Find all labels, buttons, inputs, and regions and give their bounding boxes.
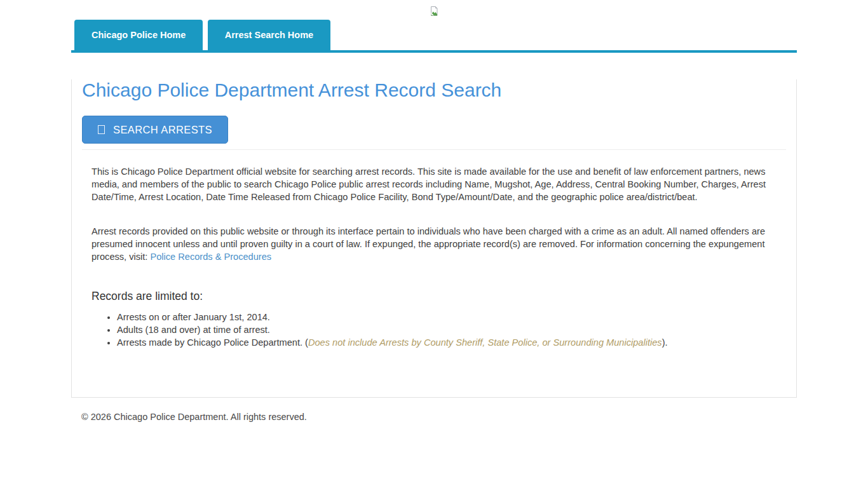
- section-divider: [82, 149, 786, 150]
- broken-image-icon: [428, 6, 440, 17]
- list-item: Adults (18 and over) at time of arrest.: [117, 323, 781, 336]
- limits-item3-suffix: ).: [662, 337, 668, 348]
- limits-item3-prefix: Arrests made by Chicago Police Departmen…: [117, 337, 308, 348]
- police-records-procedures-link[interactable]: Police Records & Procedures: [150, 252, 271, 262]
- missing-glyph-square-icon: [98, 125, 105, 134]
- tab-bar: Chicago Police Home Arrest Search Home: [71, 20, 797, 50]
- limits-item3-note: Does not include Arrests by County Sheri…: [308, 337, 662, 348]
- search-arrests-button[interactable]: SEARCH ARRESTS: [82, 116, 228, 144]
- search-arrests-button-label: SEARCH ARRESTS: [113, 124, 212, 136]
- tab-chicago-police-home[interactable]: Chicago Police Home: [74, 20, 203, 50]
- main-panel: Chicago Police Department Arrest Record …: [71, 79, 797, 398]
- limits-heading: Records are limited to:: [92, 290, 786, 303]
- tab-arrest-search-home[interactable]: Arrest Search Home: [208, 20, 330, 50]
- limits-list: Arrests on or after January 1st, 2014. A…: [92, 311, 781, 349]
- nav-underline-bar: [71, 50, 797, 53]
- footer-copyright: © 2026 Chicago Police Department. All ri…: [81, 412, 787, 422]
- intro-paragraph: This is Chicago Police Department offici…: [92, 165, 781, 203]
- header-logo-row: [71, 0, 797, 17]
- disclaimer-paragraph: Arrest records provided on this public w…: [92, 225, 781, 263]
- page-container: Chicago Police Home Arrest Search Home C…: [71, 0, 797, 422]
- list-item: Arrests made by Chicago Police Departmen…: [117, 336, 781, 349]
- list-item: Arrests on or after January 1st, 2014.: [117, 311, 781, 323]
- page-title: Chicago Police Department Arrest Record …: [82, 79, 786, 101]
